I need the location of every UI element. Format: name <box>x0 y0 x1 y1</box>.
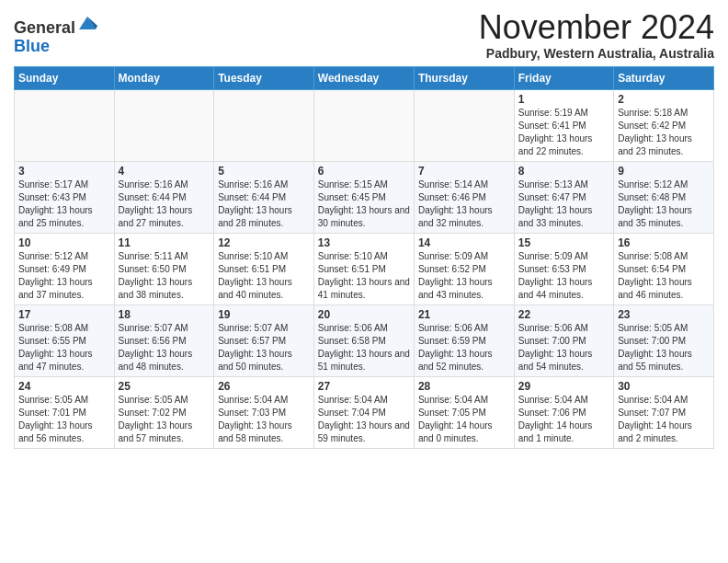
calendar-cell: 17Sunrise: 5:08 AM Sunset: 6:55 PM Dayli… <box>15 304 115 376</box>
calendar-cell <box>15 89 115 161</box>
calendar-cell: 5Sunrise: 5:16 AM Sunset: 6:44 PM Daylig… <box>214 161 314 233</box>
weekday-header-friday: Friday <box>514 66 613 89</box>
day-number: 23 <box>618 308 710 321</box>
day-number: 22 <box>518 308 609 321</box>
day-info: Sunrise: 5:06 AM Sunset: 6:59 PM Dayligh… <box>418 322 510 373</box>
day-info: Sunrise: 5:09 AM Sunset: 6:52 PM Dayligh… <box>418 250 510 302</box>
day-info: Sunrise: 5:04 AM Sunset: 7:04 PM Dayligh… <box>318 394 410 445</box>
day-number: 16 <box>618 236 710 249</box>
calendar-cell: 19Sunrise: 5:07 AM Sunset: 6:57 PM Dayli… <box>214 304 314 376</box>
calendar-cell: 24Sunrise: 5:05 AM Sunset: 7:01 PM Dayli… <box>15 376 115 448</box>
calendar-cell: 30Sunrise: 5:04 AM Sunset: 7:07 PM Dayli… <box>614 376 714 448</box>
calendar-cell: 27Sunrise: 5:04 AM Sunset: 7:04 PM Dayli… <box>313 376 414 448</box>
day-info: Sunrise: 5:13 AM Sunset: 6:47 PM Dayligh… <box>518 178 609 230</box>
day-number: 28 <box>418 380 510 393</box>
day-number: 14 <box>418 236 510 249</box>
day-info: Sunrise: 5:11 AM Sunset: 6:50 PM Dayligh… <box>119 250 210 302</box>
day-info: Sunrise: 5:05 AM Sunset: 7:01 PM Dayligh… <box>18 394 110 445</box>
calendar-cell: 6Sunrise: 5:15 AM Sunset: 6:45 PM Daylig… <box>313 161 414 233</box>
day-number: 21 <box>418 308 510 321</box>
day-number: 30 <box>618 380 710 393</box>
day-number: 19 <box>218 308 310 321</box>
day-number: 10 <box>18 236 110 249</box>
calendar-cell: 10Sunrise: 5:12 AM Sunset: 6:49 PM Dayli… <box>15 233 115 304</box>
day-number: 26 <box>218 380 310 393</box>
calendar-cell: 20Sunrise: 5:06 AM Sunset: 6:58 PM Dayli… <box>313 304 414 376</box>
calendar-cell: 21Sunrise: 5:06 AM Sunset: 6:59 PM Dayli… <box>414 304 514 376</box>
day-info: Sunrise: 5:09 AM Sunset: 6:53 PM Dayligh… <box>518 250 609 302</box>
calendar-cell <box>214 89 314 161</box>
day-info: Sunrise: 5:12 AM Sunset: 6:48 PM Dayligh… <box>618 178 710 230</box>
calendar-cell: 1Sunrise: 5:19 AM Sunset: 6:41 PM Daylig… <box>514 89 613 161</box>
calendar-cell: 7Sunrise: 5:14 AM Sunset: 6:46 PM Daylig… <box>414 161 514 233</box>
day-info: Sunrise: 5:15 AM Sunset: 6:45 PM Dayligh… <box>318 178 410 230</box>
day-info: Sunrise: 5:05 AM Sunset: 7:00 PM Dayligh… <box>618 322 710 373</box>
calendar-table: SundayMondayTuesdayWednesdayThursdayFrid… <box>14 66 714 449</box>
day-info: Sunrise: 5:18 AM Sunset: 6:42 PM Dayligh… <box>618 107 710 158</box>
month-title: November 2024 <box>479 9 714 46</box>
day-info: Sunrise: 5:07 AM Sunset: 6:56 PM Dayligh… <box>119 322 210 373</box>
day-number: 6 <box>318 165 410 178</box>
calendar-cell: 9Sunrise: 5:12 AM Sunset: 6:48 PM Daylig… <box>614 161 714 233</box>
weekday-header-saturday: Saturday <box>614 66 714 89</box>
day-info: Sunrise: 5:06 AM Sunset: 6:58 PM Dayligh… <box>318 322 410 373</box>
day-number: 27 <box>318 380 410 393</box>
day-info: Sunrise: 5:10 AM Sunset: 6:51 PM Dayligh… <box>318 250 410 302</box>
weekday-header-tuesday: Tuesday <box>214 66 314 89</box>
calendar-cell: 14Sunrise: 5:09 AM Sunset: 6:52 PM Dayli… <box>414 233 514 304</box>
day-info: Sunrise: 5:19 AM Sunset: 6:41 PM Dayligh… <box>518 107 609 158</box>
title-block: November 2024 Padbury, Western Australia… <box>479 9 714 61</box>
calendar-week-row: 10Sunrise: 5:12 AM Sunset: 6:49 PM Dayli… <box>15 233 714 304</box>
calendar-header-row: SundayMondayTuesdayWednesdayThursdayFrid… <box>15 66 714 89</box>
calendar-cell: 3Sunrise: 5:17 AM Sunset: 6:43 PM Daylig… <box>15 161 115 233</box>
calendar-cell <box>414 89 514 161</box>
calendar-cell: 4Sunrise: 5:16 AM Sunset: 6:44 PM Daylig… <box>114 161 214 233</box>
day-number: 4 <box>119 165 210 178</box>
day-info: Sunrise: 5:10 AM Sunset: 6:51 PM Dayligh… <box>218 250 310 302</box>
calendar-cell: 25Sunrise: 5:05 AM Sunset: 7:02 PM Dayli… <box>114 376 214 448</box>
logo: General Blue <box>14 13 97 56</box>
location-subtitle: Padbury, Western Australia, Australia <box>479 46 714 61</box>
day-number: 20 <box>318 308 410 321</box>
day-info: Sunrise: 5:04 AM Sunset: 7:03 PM Dayligh… <box>218 394 310 445</box>
calendar-cell: 15Sunrise: 5:09 AM Sunset: 6:53 PM Dayli… <box>514 233 613 304</box>
calendar-cell <box>114 89 214 161</box>
calendar-week-row: 24Sunrise: 5:05 AM Sunset: 7:01 PM Dayli… <box>15 376 714 448</box>
day-number: 25 <box>119 380 210 393</box>
calendar-cell: 12Sunrise: 5:10 AM Sunset: 6:51 PM Dayli… <box>214 233 314 304</box>
calendar-cell: 22Sunrise: 5:06 AM Sunset: 7:00 PM Dayli… <box>514 304 613 376</box>
day-info: Sunrise: 5:05 AM Sunset: 7:02 PM Dayligh… <box>119 394 210 445</box>
calendar-cell <box>313 89 414 161</box>
calendar-week-row: 17Sunrise: 5:08 AM Sunset: 6:55 PM Dayli… <box>15 304 714 376</box>
day-number: 7 <box>418 165 510 178</box>
calendar-cell: 26Sunrise: 5:04 AM Sunset: 7:03 PM Dayli… <box>214 376 314 448</box>
day-info: Sunrise: 5:08 AM Sunset: 6:55 PM Dayligh… <box>18 322 110 373</box>
calendar-cell: 2Sunrise: 5:18 AM Sunset: 6:42 PM Daylig… <box>614 89 714 161</box>
calendar-cell: 28Sunrise: 5:04 AM Sunset: 7:05 PM Dayli… <box>414 376 514 448</box>
logo-blue: Blue <box>14 37 50 55</box>
day-info: Sunrise: 5:06 AM Sunset: 7:00 PM Dayligh… <box>518 322 609 373</box>
day-number: 24 <box>18 380 110 393</box>
day-number: 8 <box>518 165 609 178</box>
day-number: 5 <box>218 165 310 178</box>
calendar-cell: 29Sunrise: 5:04 AM Sunset: 7:06 PM Dayli… <box>514 376 613 448</box>
calendar-cell: 23Sunrise: 5:05 AM Sunset: 7:00 PM Dayli… <box>614 304 714 376</box>
day-info: Sunrise: 5:12 AM Sunset: 6:49 PM Dayligh… <box>18 250 110 302</box>
day-info: Sunrise: 5:04 AM Sunset: 7:05 PM Dayligh… <box>418 394 510 445</box>
day-number: 18 <box>119 308 210 321</box>
weekday-header-thursday: Thursday <box>414 66 514 89</box>
page-header: General Blue November 2024 Padbury, West… <box>14 9 714 61</box>
day-number: 9 <box>618 165 710 178</box>
calendar-cell: 13Sunrise: 5:10 AM Sunset: 6:51 PM Dayli… <box>313 233 414 304</box>
logo-general: General <box>14 18 75 37</box>
day-number: 12 <box>218 236 310 249</box>
logo-icon <box>77 13 97 33</box>
day-info: Sunrise: 5:16 AM Sunset: 6:44 PM Dayligh… <box>119 178 210 230</box>
weekday-header-monday: Monday <box>114 66 214 89</box>
calendar-cell: 18Sunrise: 5:07 AM Sunset: 6:56 PM Dayli… <box>114 304 214 376</box>
calendar-cell: 16Sunrise: 5:08 AM Sunset: 6:54 PM Dayli… <box>614 233 714 304</box>
weekday-header-wednesday: Wednesday <box>313 66 414 89</box>
day-number: 11 <box>119 236 210 249</box>
day-info: Sunrise: 5:16 AM Sunset: 6:44 PM Dayligh… <box>218 178 310 230</box>
day-info: Sunrise: 5:04 AM Sunset: 7:07 PM Dayligh… <box>618 394 710 445</box>
